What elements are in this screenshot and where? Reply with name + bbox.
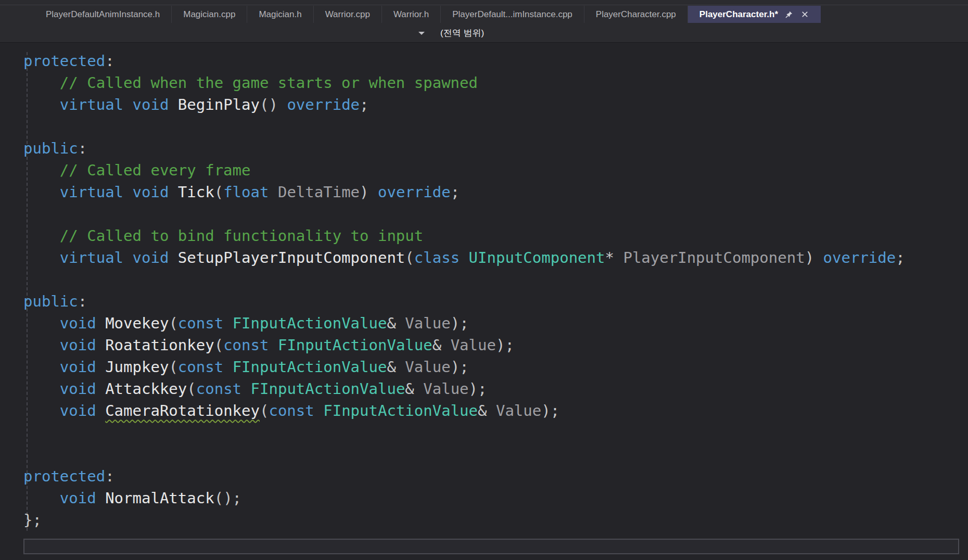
code-token: );	[541, 402, 559, 419]
code-line[interactable]: protected:	[23, 50, 968, 72]
code-line[interactable]: virtual void BeginPlay() override;	[23, 94, 968, 116]
tab-label: PlayerCharacter.h*	[699, 9, 778, 20]
code-line[interactable]	[23, 422, 968, 443]
code-token: class	[414, 249, 460, 266]
tab-magician-h[interactable]: Magician.h	[247, 6, 313, 23]
code-token: Jumpkey	[105, 358, 169, 376]
tab-label: PlayerCharacter.cpp	[596, 9, 676, 20]
code-line[interactable]: void Roatationkey(const FInputActionValu…	[23, 334, 968, 356]
code-token	[23, 336, 60, 354]
code-token	[269, 183, 277, 201]
code-token	[23, 96, 60, 113]
code-line[interactable]: virtual void SetupPlayerInputComponent(c…	[23, 247, 968, 269]
tab-bar: PlayerDefaultAnimInstance.h Magician.cpp…	[0, 0, 968, 23]
tab-warrior-cpp[interactable]: Warrior.cpp	[313, 6, 381, 23]
code-token: void	[133, 249, 169, 266]
code-token: Roatationkey	[105, 336, 214, 354]
code-token: void	[60, 314, 96, 332]
code-line[interactable]: };	[23, 509, 968, 531]
code-token: void	[133, 96, 169, 113]
tab-label: PlayerDefault...imInstance.cpp	[452, 9, 572, 20]
code-line[interactable]: public:	[23, 137, 968, 159]
code-token: (	[214, 183, 223, 201]
code-token: const	[196, 380, 241, 398]
code-line[interactable]	[23, 203, 968, 225]
code-token	[96, 380, 105, 398]
code-line[interactable]: // Called to bind functionality to input	[23, 225, 968, 247]
code-token: void	[60, 336, 96, 354]
code-line[interactable]: // Called every frame	[23, 159, 968, 181]
pushpin-icon[interactable]	[784, 10, 794, 19]
code-token: FInputActionValue	[278, 336, 432, 354]
code-line[interactable]: protected:	[23, 465, 968, 487]
code-token	[223, 314, 232, 332]
code-token: // Called to bind functionality to input	[60, 227, 423, 245]
code-token	[23, 380, 60, 398]
code-token	[169, 96, 177, 113]
code-token	[169, 183, 177, 201]
code-line[interactable]: void CameraRotationkey(const FInputActio…	[23, 400, 968, 422]
code-token: ;	[451, 183, 460, 201]
code-line[interactable]: void Jumpkey(const FInputActionValue& Va…	[23, 356, 968, 378]
code-token: // Called every frame	[60, 161, 251, 179]
code-token	[96, 336, 105, 354]
tab-playerdefault-iminstance-cpp[interactable]: PlayerDefault...imInstance.cpp	[440, 6, 584, 23]
tab-magician-cpp[interactable]: Magician.cpp	[171, 6, 247, 23]
code-token	[23, 74, 60, 92]
code-token: virtual	[60, 183, 123, 201]
code-token: ;	[896, 249, 905, 266]
code-line[interactable]	[23, 269, 968, 290]
code-line[interactable]	[23, 443, 968, 465]
code-line[interactable]: virtual void Tick(float DeltaTime) overr…	[23, 181, 968, 203]
code-token	[96, 489, 105, 507]
navigation-bar: (전역 범위)	[0, 23, 968, 43]
code-token: const	[178, 358, 223, 376]
tab-playerdefaultaniminstance-h[interactable]: PlayerDefaultAnimInstance.h	[34, 6, 171, 23]
code-token	[23, 183, 60, 201]
code-token	[23, 161, 60, 179]
tab-playercharacter-h[interactable]: PlayerCharacter.h*	[687, 6, 821, 23]
code-token: (	[169, 314, 177, 332]
code-line[interactable]: void Attackkey(const FInputActionValue& …	[23, 378, 968, 400]
code-token	[23, 249, 60, 266]
code-line[interactable]: public:	[23, 290, 968, 312]
code-token: virtual	[60, 249, 123, 266]
code-token: SetupPlayerInputComponent	[178, 249, 405, 266]
code-token: &	[387, 358, 405, 376]
tab-label: Warrior.cpp	[325, 9, 370, 20]
tab-warrior-h[interactable]: Warrior.h	[381, 6, 440, 23]
code-token: ()	[260, 96, 287, 113]
code-token: (	[169, 358, 177, 376]
code-token	[123, 249, 132, 266]
code-editor[interactable]: protected: // Called when the game start…	[0, 43, 968, 560]
code-token: &	[405, 380, 423, 398]
code-token: :	[78, 292, 87, 310]
code-token: };	[23, 511, 42, 529]
caret-down-icon[interactable]	[418, 32, 425, 38]
code-line[interactable]: void NormalAttack();	[23, 487, 968, 509]
code-token: public	[23, 292, 78, 310]
code-line[interactable]: void Movekey(const FInputActionValue& Va…	[23, 312, 968, 334]
horizontal-scrollbar[interactable]	[23, 539, 959, 554]
scope-dropdown[interactable]: (전역 범위)	[440, 27, 484, 39]
code-token: void	[60, 380, 96, 398]
code-token: FInputActionValue	[233, 314, 387, 332]
code-token: Tick	[178, 183, 214, 201]
code-token: &	[432, 336, 451, 354]
code-line[interactable]	[23, 116, 968, 137]
code-line[interactable]: // Called when the game starts or when s…	[23, 72, 968, 94]
code-token: FInputActionValue	[251, 380, 405, 398]
code-token	[169, 249, 177, 266]
code-token: void	[60, 358, 96, 376]
code-token: )	[360, 183, 378, 201]
code-area[interactable]: protected: // Called when the game start…	[23, 50, 968, 531]
code-token: BeginPlay	[178, 96, 260, 113]
code-token: override	[287, 96, 360, 113]
code-token: virtual	[60, 96, 123, 113]
tab-playercharacter-cpp[interactable]: PlayerCharacter.cpp	[584, 6, 687, 23]
code-token: FInputActionValue	[233, 358, 387, 376]
close-icon[interactable]	[800, 10, 809, 19]
code-token: );	[496, 336, 514, 354]
code-token: ;	[360, 96, 368, 113]
code-token: &	[387, 314, 405, 332]
